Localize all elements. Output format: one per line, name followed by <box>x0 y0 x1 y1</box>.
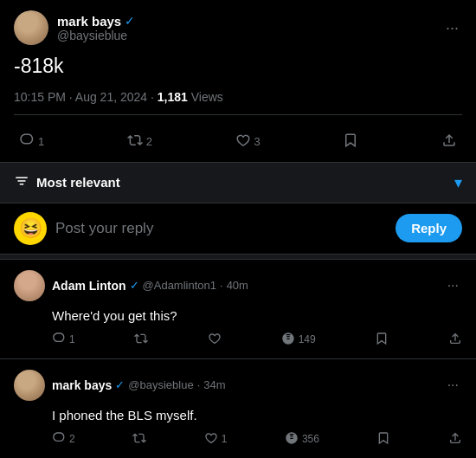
retweet-icon <box>134 332 148 348</box>
reply-count: 1 <box>38 135 44 148</box>
reply-time: 40m <box>227 279 248 292</box>
reply-meta: Adam Linton ✓ @Adamlinton1 · 40m <box>52 279 248 293</box>
reply-placeholder[interactable]: Post your reply <box>55 220 387 237</box>
reply-icon <box>19 132 35 152</box>
bookmark-action[interactable] <box>376 431 390 448</box>
retweet-action[interactable] <box>134 332 148 348</box>
avatar[interactable] <box>14 10 48 45</box>
timestamp-text: 10:15 PM · Aug 21, 2024 <box>14 90 147 104</box>
sort-label: Most relevant <box>14 173 120 191</box>
heart-icon <box>208 332 222 348</box>
verified-icon: ✓ <box>115 378 125 391</box>
reply-action[interactable]: 1 <box>52 332 75 348</box>
reply-count: 2 <box>69 433 75 445</box>
like-count: 3 <box>254 135 261 148</box>
bookmark-icon <box>375 332 389 348</box>
author-name: mark bays <box>57 14 121 29</box>
reply-handle: @Adamlinton1 <box>143 279 216 292</box>
author-name-row: mark bays ✓ <box>57 14 135 29</box>
views-count: 1,181 <box>158 90 188 104</box>
reply-header: Adam Linton ✓ @Adamlinton1 · 40m ··· <box>14 270 462 301</box>
reply-count: 1 <box>69 333 75 345</box>
reply-action[interactable]: 2 <box>52 431 75 448</box>
reply-time: 34m <box>203 378 225 391</box>
sort-icon <box>14 173 29 191</box>
reply-item: Adam Linton ✓ @Adamlinton1 · 40m ··· Whe… <box>0 260 476 359</box>
tweet-timestamp: 10:15 PM · Aug 21, 2024 · 1,181 Views <box>14 90 462 115</box>
more-options-icon[interactable]: ··· <box>444 374 462 397</box>
heart-icon <box>204 431 218 448</box>
reply-header: mark bays ✓ @baysieblue · 34m ··· <box>14 370 462 401</box>
like-action[interactable] <box>208 332 222 348</box>
verified-icon: ✓ <box>125 14 135 28</box>
views-label: Views <box>191 90 223 104</box>
retweet-action[interactable]: 2 <box>122 129 158 155</box>
views-count: 149 <box>299 333 316 345</box>
avatar[interactable] <box>14 270 45 301</box>
user-emoji: 😆 <box>19 217 42 240</box>
sort-bar[interactable]: Most relevant ▾ <box>0 163 476 203</box>
share-icon <box>448 332 462 348</box>
bookmark-icon <box>376 431 390 448</box>
timestamp-separator: · <box>151 90 158 104</box>
author-info: mark bays ✓ @baysieblue <box>57 14 135 42</box>
share-action[interactable] <box>436 129 462 155</box>
views-icon <box>285 431 299 448</box>
reply-content: I phoned the BLS myself. <box>52 406 462 424</box>
user-emoji-avatar: 😆 <box>14 212 47 245</box>
retweet-icon <box>127 132 143 152</box>
views-icon <box>281 332 295 348</box>
reply-thread: Adam Linton ✓ @Adamlinton1 · 40m ··· Whe… <box>0 260 476 458</box>
retweet-count: 2 <box>146 135 152 148</box>
like-action[interactable]: 1 <box>204 431 228 448</box>
tweet-content: -818k <box>14 54 462 80</box>
reply-author-name: mark bays <box>52 378 112 392</box>
like-action[interactable]: 3 <box>230 129 266 155</box>
retweet-action[interactable] <box>132 431 146 448</box>
reply-author: Adam Linton ✓ @Adamlinton1 · 40m <box>14 270 248 301</box>
chevron-down-icon[interactable]: ▾ <box>454 173 462 192</box>
retweet-icon <box>132 431 146 448</box>
heart-icon <box>235 132 251 152</box>
main-tweet: mark bays ✓ @baysieblue ··· -818k 10:15 … <box>0 0 476 163</box>
reply-handle: @baysieblue <box>128 378 193 391</box>
reply-action[interactable]: 1 <box>14 129 49 155</box>
share-icon <box>441 132 457 152</box>
author-handle: @baysieblue <box>57 29 135 42</box>
reply-actions: 1 149 <box>52 332 462 348</box>
reply-input-area: 😆 Post your reply Reply <box>0 203 476 255</box>
reply-button[interactable]: Reply <box>396 214 462 242</box>
share-action[interactable] <box>448 431 462 448</box>
views-action[interactable]: 149 <box>281 332 316 348</box>
more-options-icon[interactable]: ··· <box>444 274 462 297</box>
avatar[interactable] <box>14 370 45 401</box>
reply-author: mark bays ✓ @baysieblue · 34m <box>14 370 226 401</box>
views-action[interactable]: 356 <box>285 431 319 448</box>
sort-text: Most relevant <box>36 175 120 190</box>
reply-meta: mark bays ✓ @baysieblue · 34m <box>52 378 226 392</box>
reply-dot: · <box>220 279 223 292</box>
share-icon <box>448 431 462 448</box>
bookmark-action[interactable] <box>338 129 363 155</box>
tweet-header: mark bays ✓ @baysieblue ··· <box>14 10 462 45</box>
more-options-icon[interactable]: ··· <box>442 16 462 41</box>
reply-item: mark bays ✓ @baysieblue · 34m ··· I phon… <box>0 359 476 458</box>
views-count: 356 <box>302 433 319 445</box>
reply-icon <box>52 431 66 448</box>
verified-icon: ✓ <box>130 279 139 292</box>
tweet-actions: 1 2 3 <box>14 126 462 162</box>
reply-actions: 2 1 356 <box>52 431 462 448</box>
like-count: 1 <box>222 433 228 445</box>
bookmark-action[interactable] <box>375 332 389 348</box>
share-action[interactable] <box>448 332 462 348</box>
reply-author-name: Adam Linton <box>52 279 126 293</box>
tweet-author: mark bays ✓ @baysieblue <box>14 10 135 45</box>
bookmark-icon <box>343 132 358 152</box>
reply-content: Where'd you get this? <box>52 306 462 325</box>
reply-dot: · <box>197 378 201 391</box>
reply-icon <box>52 332 66 348</box>
